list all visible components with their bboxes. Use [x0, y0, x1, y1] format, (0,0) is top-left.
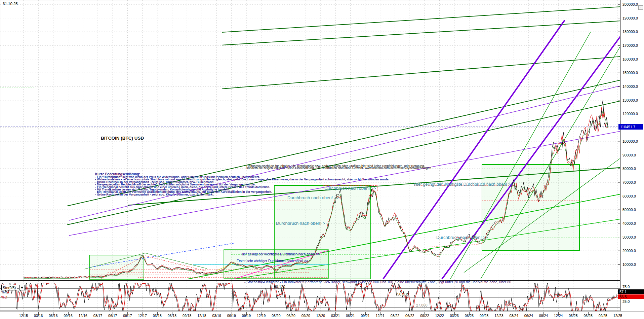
price-axis-label: 140000.0 — [622, 84, 638, 88]
time-axis-label: 12/19 — [257, 314, 266, 318]
time-axis-label: 09/19 — [242, 314, 251, 318]
time-axis-tick — [425, 312, 425, 315]
time-axis-tick — [395, 312, 395, 315]
price-axis-label: 150000.0 — [622, 71, 638, 75]
price-axis-label: 160000.0 — [622, 57, 638, 61]
price-axis-ticks — [618, 4, 620, 264]
time-axis-label: 06/22 — [405, 314, 414, 318]
time-axis-tick — [440, 312, 440, 315]
indicator-add-button[interactable]: + — [19, 285, 25, 290]
price-axis-label: 120000.0 — [622, 112, 638, 116]
time-axis-tick — [335, 312, 336, 315]
indicator-label-box[interactable]: Sto(9/5) — [1, 285, 17, 290]
price-axis-label: 70000.0 — [622, 180, 636, 184]
time-axis-label: 09/23 — [480, 314, 488, 318]
time-axis-label: 06/18 — [168, 314, 176, 318]
time-axis-label: 09/25 — [599, 314, 607, 318]
oscillator-canvas[interactable] — [0, 281, 620, 311]
time-axis-label: 12/16 — [79, 314, 87, 318]
price-axis-label: 190000.0 — [622, 16, 638, 20]
time-axis-label: 12/17 — [138, 314, 147, 318]
time-axis-tick — [558, 312, 559, 315]
time-axis-tick — [588, 312, 589, 315]
time-axis-tick — [113, 312, 113, 315]
time-axis-tick — [127, 312, 128, 315]
time-axis-tick — [157, 312, 158, 315]
time-axis-label: 06/19 — [227, 314, 236, 318]
main-chart-canvas[interactable] — [0, 0, 620, 281]
time-axis-tick — [172, 312, 172, 315]
time-axis-tick — [306, 312, 306, 315]
time-axis-label: 09/24 — [539, 314, 548, 318]
time-axis-label: 09/18 — [183, 314, 191, 318]
price-axis-label: 170000.0 — [622, 43, 638, 47]
time-axis-label: 03/17 — [93, 314, 102, 318]
time-axis-label: 06/24 — [524, 314, 533, 318]
btc-chart-window: { "palette": { "badge_blue": "#0000cc", … — [0, 0, 644, 319]
time-axis-label: 12/23 — [494, 314, 503, 318]
time-axis-label: 03/16 — [34, 314, 43, 318]
time-axis-label: 03/25 — [569, 314, 577, 318]
time-axis-label: 12/20 — [316, 314, 325, 318]
time-axis-label: 12/15 — [19, 314, 28, 318]
stochastic-k-value-badge: 57.1 — [618, 289, 644, 294]
time-axis-tick — [53, 312, 53, 315]
price-axis-label: 80000.0 — [622, 167, 636, 171]
time-axis-label: 06/20 — [286, 314, 295, 318]
time-axis-tick — [469, 312, 470, 315]
stochastic-k-line — [1, 283, 617, 311]
time-axis-tick — [38, 312, 39, 315]
stochastic-d-value-badge: 56.5 — [618, 294, 644, 299]
time-axis-label: 09/16 — [64, 314, 72, 318]
price-axis-label: 60000.0 — [622, 194, 636, 198]
time-axis: 12/1503/1606/1609/1612/1603/1706/1709/17… — [0, 312, 644, 319]
time-axis-tick — [68, 312, 69, 315]
time-axis-tick — [499, 312, 499, 315]
time-axis-label: 09/22 — [420, 314, 429, 318]
time-axis-tick — [83, 312, 83, 315]
price-axis-label: 90000.0 — [622, 153, 636, 157]
price-axis-label: 180000.0 — [622, 30, 638, 34]
price-axis-label: 50000.0 — [622, 208, 636, 212]
time-axis-label: 09/21 — [361, 314, 369, 318]
time-axis-tick — [187, 312, 187, 315]
time-axis-tick — [618, 312, 618, 315]
time-axis-label: 06/23 — [465, 314, 474, 318]
scenario-boxes — [89, 165, 579, 279]
price-axis-label: 200000.0 — [622, 2, 638, 6]
time-axis-label: 06/16 — [49, 314, 57, 318]
time-axis-label: 12/24 — [554, 314, 563, 318]
time-axis-tick — [217, 312, 217, 315]
time-axis-tick — [484, 312, 484, 315]
time-axis-label: 06/25 — [583, 314, 592, 318]
time-axis-label: 09/20 — [301, 314, 310, 318]
time-axis-label: 03/19 — [212, 314, 221, 318]
time-axis-tick — [529, 312, 529, 315]
time-axis-tick — [202, 312, 202, 315]
time-axis-label: 12/22 — [435, 314, 444, 318]
time-axis-tick — [98, 312, 98, 315]
time-axis-tick — [544, 312, 544, 315]
time-axis-label: 12/25 — [613, 314, 622, 318]
time-axis-label: 06/17 — [108, 314, 117, 318]
time-axis-label: 03/24 — [509, 314, 518, 318]
osc-grid — [24, 281, 618, 311]
time-axis-tick — [24, 312, 24, 315]
time-axis-label: 03/23 — [450, 314, 459, 318]
time-axis-label: 06/21 — [346, 314, 355, 318]
stochastic-d-line — [1, 283, 617, 311]
osc-lower-level-label: 25.0 — [622, 299, 630, 304]
time-axis-tick — [232, 312, 232, 315]
time-axis-tick — [261, 312, 261, 315]
time-axis-label: 12/21 — [376, 314, 385, 318]
collapse-chart-button[interactable]: − — [638, 5, 643, 10]
time-axis-label: 09/17 — [123, 314, 132, 318]
time-axis-tick — [365, 312, 366, 315]
time-axis-tick — [454, 312, 455, 315]
price-axis-label: 130000.0 — [622, 98, 638, 102]
time-axis-tick — [276, 312, 276, 315]
osc-upper-level-label: 75.0 — [622, 285, 630, 289]
time-axis-tick — [143, 312, 143, 315]
time-axis-tick — [514, 312, 514, 315]
time-axis-tick — [410, 312, 410, 315]
